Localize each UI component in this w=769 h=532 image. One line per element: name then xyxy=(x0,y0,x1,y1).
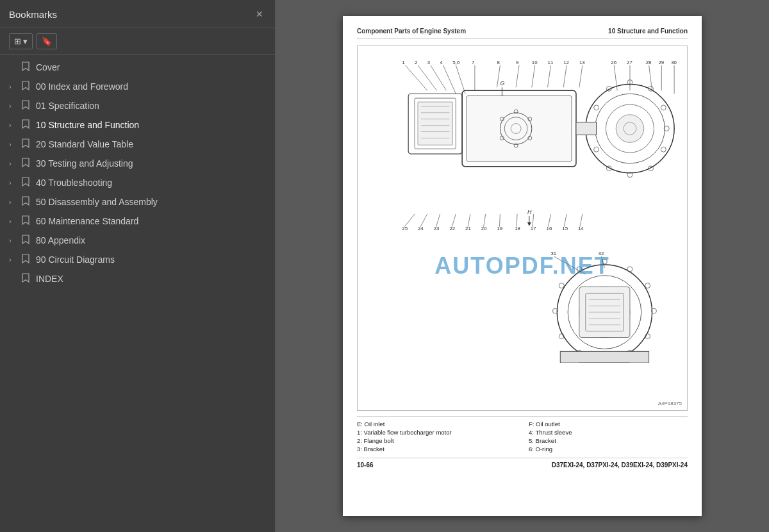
svg-text:7: 7 xyxy=(472,60,474,65)
svg-text:29: 29 xyxy=(658,60,664,65)
svg-text:20: 20 xyxy=(481,226,487,231)
svg-rect-78 xyxy=(576,122,597,135)
legend-6: 6: O-ring xyxy=(529,445,688,453)
sidebar: Bookmarks × ⊞ ▾ 🔖 › Cover› 00 Index and … xyxy=(0,0,276,532)
bookmark-icon xyxy=(22,138,32,150)
sidebar-item-label: 20 Standard Value Table xyxy=(36,139,133,149)
svg-text:4: 4 xyxy=(440,60,443,65)
chevron-icon: › xyxy=(9,83,18,90)
page-number: 10-66 xyxy=(357,461,374,469)
svg-text:10: 10 xyxy=(532,60,538,65)
legend-E: E: Oil inlet xyxy=(357,420,516,428)
sidebar-header: Bookmarks × xyxy=(0,0,275,28)
svg-text:H: H xyxy=(527,209,532,215)
sidebar-item-60[interactable]: › 60 Maintenance Standard xyxy=(0,212,275,231)
svg-text:3: 3 xyxy=(427,60,431,65)
chevron-icon: › xyxy=(9,237,18,244)
model-numbers: D37EXI-24, D37PXI-24, D39EXI-24, D39PXI-… xyxy=(552,461,688,469)
legend-row-2: 1: Variable flow turbocharger motor 4: T… xyxy=(357,429,688,436)
page-header: Component Parts of Engine System 10 Stru… xyxy=(357,28,688,39)
legend-4: 4: Thrust sleeve xyxy=(529,429,688,436)
svg-text:15: 15 xyxy=(562,226,568,231)
page-header-left: Component Parts of Engine System xyxy=(357,28,466,35)
legend-area: E: Oil inlet F: Oil outlet 1: Variable f… xyxy=(357,416,688,453)
bookmark-icon xyxy=(22,119,32,131)
svg-text:28: 28 xyxy=(646,60,652,65)
bookmark-icon xyxy=(22,196,32,208)
svg-text:9: 9 xyxy=(516,60,519,65)
svg-text:19: 19 xyxy=(497,226,502,231)
legend-row-3: 2: Flange bolt 5: Bracket xyxy=(357,437,688,444)
chevron-icon: › xyxy=(9,121,18,129)
sidebar-item-label: 30 Testing and Adjusting xyxy=(36,158,133,169)
engine-diagram-svg: 1 2 3 4 5,6 7 8 9 10 11 12 13 26 27 28 2… xyxy=(364,53,681,363)
svg-rect-43 xyxy=(418,102,452,145)
expand-icon: ⊞ xyxy=(14,37,21,46)
sidebar-item-40[interactable]: › 40 Troubleshooting xyxy=(0,173,275,192)
bookmark-list: › Cover› 00 Index and Foreword› 01 Speci… xyxy=(0,55,275,532)
svg-text:5,6: 5,6 xyxy=(452,60,460,65)
svg-text:26: 26 xyxy=(611,60,616,65)
bookmark-icon xyxy=(22,100,32,112)
sidebar-item-label: INDEX xyxy=(36,274,63,284)
svg-text:23: 23 xyxy=(434,226,440,231)
sidebar-item-01[interactable]: › 01 Specification xyxy=(0,96,275,115)
sidebar-item-20[interactable]: › 20 Standard Value Table xyxy=(0,135,275,154)
diagram-ref: A4P18375 xyxy=(658,401,682,406)
main-content: AUTOPDF.NET Component Parts of Engine Sy… xyxy=(276,0,769,532)
sidebar-item-label: 90 Circuit Diagrams xyxy=(36,254,115,265)
sidebar-item-label: 80 Appendix xyxy=(36,235,85,245)
bookmark-icon xyxy=(22,158,32,169)
legend-5: 5: Bracket xyxy=(529,437,688,444)
sidebar-toolbar: ⊞ ▾ 🔖 xyxy=(0,28,275,55)
sidebar-item-label: 01 Specification xyxy=(36,101,99,111)
legend-3: 3: Bracket xyxy=(357,445,516,453)
sidebar-item-label: 50 Disassembly and Assembly xyxy=(36,197,158,207)
bookmark-view-button[interactable]: 🔖 xyxy=(37,33,57,49)
sidebar-item-10[interactable]: › 10 Structure and Function xyxy=(0,115,275,135)
svg-text:2: 2 xyxy=(415,60,417,65)
svg-text:32: 32 xyxy=(599,251,604,256)
sidebar-item-30[interactable]: › 30 Testing and Adjusting xyxy=(0,154,275,173)
chevron-icon: › xyxy=(9,140,18,148)
svg-text:14: 14 xyxy=(578,226,584,231)
svg-text:16: 16 xyxy=(547,226,552,231)
chevron-icon: › xyxy=(9,256,18,263)
svg-text:1: 1 xyxy=(402,60,404,65)
bookmark-icon xyxy=(22,235,32,246)
svg-rect-129 xyxy=(560,351,649,363)
svg-text:8: 8 xyxy=(497,60,500,65)
svg-text:11: 11 xyxy=(548,60,554,65)
sidebar-item-label: 10 Structure and Function xyxy=(36,120,139,130)
bookmark-view-icon: 🔖 xyxy=(42,37,52,46)
sidebar-item-80[interactable]: › 80 Appendix xyxy=(0,231,275,250)
svg-rect-51 xyxy=(467,96,572,162)
sidebar-item-50[interactable]: › 50 Disassembly and Assembly xyxy=(0,192,275,212)
bookmark-icon xyxy=(22,81,32,92)
bookmark-icon xyxy=(22,254,32,265)
bookmark-icon xyxy=(22,215,32,227)
sidebar-item-label: 00 Index and Foreword xyxy=(36,81,128,92)
page-container: AUTOPDF.NET Component Parts of Engine Sy… xyxy=(343,16,702,516)
diagram-area: 1 2 3 4 5,6 7 8 9 10 11 12 13 26 27 28 2… xyxy=(357,46,688,411)
sidebar-item-90[interactable]: › 90 Circuit Diagrams xyxy=(0,250,275,269)
close-button[interactable]: × xyxy=(252,6,266,22)
chevron-icon: › xyxy=(9,179,18,187)
page-header-right: 10 Structure and Function xyxy=(608,28,688,35)
svg-text:31: 31 xyxy=(550,251,556,256)
svg-point-64 xyxy=(616,115,643,142)
svg-text:G: G xyxy=(500,80,504,87)
page-footer: 10-66 D37EXI-24, D37PXI-24, D39EXI-24, D… xyxy=(357,458,688,469)
sidebar-item-00[interactable]: › 00 Index and Foreword xyxy=(0,77,275,96)
legend-1: 1: Variable flow turbocharger motor xyxy=(357,429,516,436)
svg-text:12: 12 xyxy=(563,60,569,65)
expand-chevron: ▾ xyxy=(23,37,28,46)
sidebar-item-index[interactable]: › INDEX xyxy=(0,269,275,288)
legend-row-1: E: Oil inlet F: Oil outlet xyxy=(357,420,688,428)
sidebar-item-cover[interactable]: › Cover xyxy=(0,58,275,77)
expand-all-button[interactable]: ⊞ ▾ xyxy=(9,33,33,49)
sidebar-item-label: 40 Troubleshooting xyxy=(36,178,112,188)
svg-text:18: 18 xyxy=(515,226,520,231)
sidebar-item-label: 60 Maintenance Standard xyxy=(36,216,138,226)
legend-row-4: 3: Bracket 6: O-ring xyxy=(357,445,688,453)
